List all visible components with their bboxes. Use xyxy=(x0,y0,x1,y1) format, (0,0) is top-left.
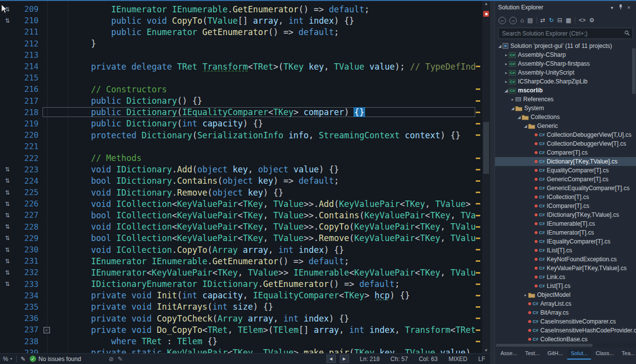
tree-item[interactable]: ◢Collections xyxy=(495,113,636,121)
tree-item[interactable]: C#IDictionary[TKey,TValue].cs xyxy=(495,210,636,219)
line-number[interactable]: 218 xyxy=(15,108,43,117)
home-icon[interactable]: ⌂ xyxy=(520,17,524,24)
line-number[interactable]: 222 xyxy=(15,154,43,163)
code-line[interactable]: ⇅224 bool IDictionary.Contains(object ke… xyxy=(0,175,490,187)
code-line[interactable]: 235 private void InitArrays(int size) {} xyxy=(0,301,490,313)
tree-item[interactable]: C#ArrayList.cs xyxy=(495,299,636,308)
scroll-up-icon[interactable]: ▲ xyxy=(482,1,490,6)
tree-item[interactable]: ▸C#Assembly-UnityScript xyxy=(495,68,636,77)
implements-icon[interactable]: ⇅ xyxy=(0,17,15,24)
column-indicator[interactable]: Col: 63 xyxy=(419,356,438,363)
implements-icon[interactable]: ⇅ xyxy=(0,177,15,184)
line-number[interactable]: 234 xyxy=(15,291,43,300)
code-line[interactable]: 215 xyxy=(0,72,490,83)
tool-tab[interactable]: Test... xyxy=(522,349,543,359)
highlight-off-icon[interactable]: ⊘ xyxy=(109,356,114,363)
tree-item[interactable]: ◢System xyxy=(495,104,636,113)
tool-tab[interactable]: Tea... xyxy=(618,349,636,359)
view-switcher-icon[interactable]: ▤ xyxy=(527,17,533,24)
view-code-icon[interactable]: <> xyxy=(579,17,586,24)
line-number[interactable]: 210 xyxy=(15,16,43,25)
window-menu-icon[interactable]: ▾ xyxy=(608,5,616,10)
code-line[interactable]: 222 // Methods xyxy=(0,152,490,163)
line-number[interactable]: 224 xyxy=(15,176,43,186)
tree-item[interactable]: C#ICollection[T].cs xyxy=(495,193,636,202)
code-line[interactable]: ⇅226 void ICollection<KeyValuePair<TKey,… xyxy=(0,198,490,209)
tree-item[interactable]: ▸C#Assembly-CSharp-firstpass xyxy=(495,59,636,68)
implements-icon[interactable]: ⇅ xyxy=(0,246,15,253)
tree-item[interactable]: ◢C#mscorlib xyxy=(495,86,636,95)
tree-item[interactable]: C#CaseInsensitiveComparer.cs xyxy=(495,317,636,326)
tree-item[interactable]: C#GenericComparer[T].cs xyxy=(495,175,636,184)
tree-item[interactable]: C#List[T].cs xyxy=(495,282,636,290)
expander-closed-icon[interactable]: ▸ xyxy=(503,53,509,57)
expander-open-icon[interactable]: ◢ xyxy=(497,44,502,48)
code-line[interactable]: 221 xyxy=(0,141,490,152)
code-line[interactable]: 238 where TRet : TElem {} xyxy=(0,335,490,347)
encoding-indicator[interactable]: MIXED xyxy=(449,356,467,363)
fold-collapse-button[interactable]: - xyxy=(43,325,50,335)
implements-icon[interactable]: ⇅ xyxy=(0,223,15,230)
tree-item[interactable]: C#CaseInsensitiveHashCodeProvider.cs xyxy=(495,326,636,335)
line-number[interactable]: 211 xyxy=(15,27,43,37)
implements-icon[interactable]: ⇅ xyxy=(0,201,15,207)
line-number[interactable]: 227 xyxy=(15,210,43,220)
zoom-level[interactable]: % xyxy=(3,356,8,363)
line-number[interactable]: 219 xyxy=(15,119,43,128)
line-number[interactable]: 230 xyxy=(15,245,43,254)
search-icon[interactable] xyxy=(624,29,630,38)
implements-icon[interactable]: ⇅ xyxy=(0,269,15,276)
code-line[interactable]: 217 public Dictionary() {} xyxy=(0,95,490,107)
code-line[interactable]: ⇅230 void ICollection.CopyTo(Array array… xyxy=(0,244,490,255)
tree-scrollbar-thumb[interactable] xyxy=(632,48,636,94)
eol-indicator[interactable]: LF xyxy=(478,356,485,363)
code-line[interactable]: 213 xyxy=(0,49,490,61)
tree-hscroll-thumb[interactable] xyxy=(496,344,592,347)
code-line[interactable]: ⇅231 IEnumerator IEnumerable.GetEnumerat… xyxy=(0,255,490,267)
tree-item[interactable]: C#BitArray.cs xyxy=(495,308,636,317)
char-indicator[interactable]: Ch: 57 xyxy=(391,356,408,363)
line-number[interactable]: 236 xyxy=(15,314,43,323)
issues-status[interactable]: ✓ No issues found xyxy=(30,356,81,363)
line-number[interactable]: 217 xyxy=(15,96,43,106)
tree-item[interactable]: C#Dictionary[TKey,TValue].cs xyxy=(495,157,636,166)
scroll-left-button[interactable]: ◀ xyxy=(326,355,336,363)
tree-item[interactable]: C#IEqualityComparer[T].cs xyxy=(495,237,636,246)
line-number[interactable]: 223 xyxy=(15,165,43,174)
expander-open-icon[interactable]: ◢ xyxy=(510,106,515,111)
tree-item[interactable]: C#CollectionBase.cs xyxy=(495,335,636,343)
expander-closed-icon[interactable]: ▸ xyxy=(503,71,509,75)
tool-tab[interactable]: GitH... xyxy=(544,349,566,359)
tree-item[interactable]: C#KeyNotFoundException.cs xyxy=(495,255,636,264)
code-line[interactable]: 219 public Dictionary(int capacity) {} xyxy=(0,118,490,129)
code-line[interactable]: 237- private void Do_CopyTo<TRet, TElem>… xyxy=(0,324,490,335)
expander-closed-icon[interactable]: ▸ xyxy=(523,293,528,297)
line-number[interactable]: 237 xyxy=(15,325,43,334)
zoom-dropdown-icon[interactable]: ▾ xyxy=(10,357,12,361)
line-number[interactable]: 228 xyxy=(15,222,43,232)
line-indicator[interactable]: Ln: 218 xyxy=(360,356,380,363)
tree-item[interactable]: C#CollectionDebuggerView[T,U].cs xyxy=(495,130,636,139)
line-number[interactable]: 235 xyxy=(15,302,43,312)
refresh-icon[interactable]: ↻ xyxy=(549,17,554,24)
line-number[interactable]: 231 xyxy=(15,256,43,266)
expander-closed-icon[interactable]: ▸ xyxy=(503,62,509,66)
line-number[interactable]: 214 xyxy=(15,62,43,71)
expander-open-icon[interactable]: ◢ xyxy=(523,124,528,128)
code-line[interactable]: ⇅232 IEnumerator<KeyValuePair<TKey, TVal… xyxy=(0,267,490,278)
code-line[interactable]: 220 protected Dictionary(SerializationIn… xyxy=(0,129,490,141)
implements-icon[interactable]: ⇅ xyxy=(0,235,15,242)
nav-back-icon[interactable]: ← xyxy=(499,17,506,24)
tree-item[interactable]: ▸References xyxy=(495,95,636,104)
properties-icon[interactable]: ⚙ xyxy=(589,17,594,24)
expander-closed-icon[interactable]: ▸ xyxy=(510,97,515,102)
code-line[interactable]: 218 public Dictionary(IEqualityComparer<… xyxy=(0,107,490,118)
implements-icon[interactable]: ⇅ xyxy=(0,281,15,287)
code-line[interactable]: ⇅227 bool ICollection<KeyValuePair<TKey,… xyxy=(0,209,490,221)
code-line[interactable]: ⇅210 public void CopyTo(TValue[] array, … xyxy=(0,15,490,26)
tool-tab[interactable]: Solut... xyxy=(567,349,591,360)
line-number[interactable]: 238 xyxy=(15,337,43,346)
expander-open-icon[interactable]: ◢ xyxy=(516,115,522,120)
code-line[interactable]: 211 public Enumerator GetEnumerator() =>… xyxy=(0,26,490,38)
scrollbar-thumb[interactable] xyxy=(483,122,489,174)
